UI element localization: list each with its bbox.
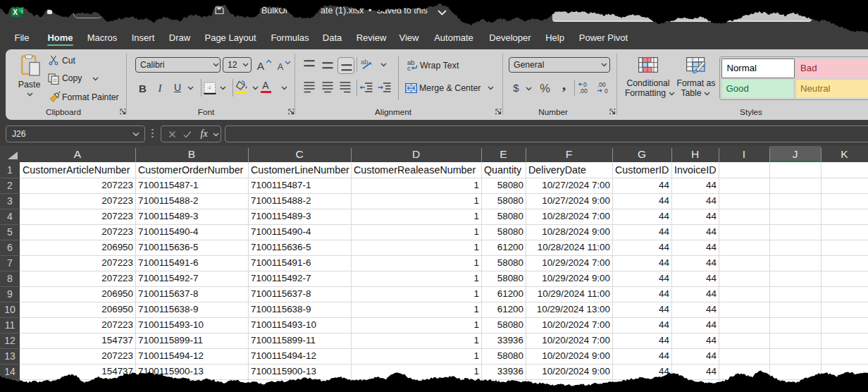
svg-text:ab: ab bbox=[361, 59, 368, 66]
svg-text:X: X bbox=[13, 8, 18, 16]
svg-text:.00: .00 bbox=[579, 87, 588, 94]
svg-text:0: 0 bbox=[604, 87, 608, 94]
svg-text:c: c bbox=[407, 64, 411, 71]
